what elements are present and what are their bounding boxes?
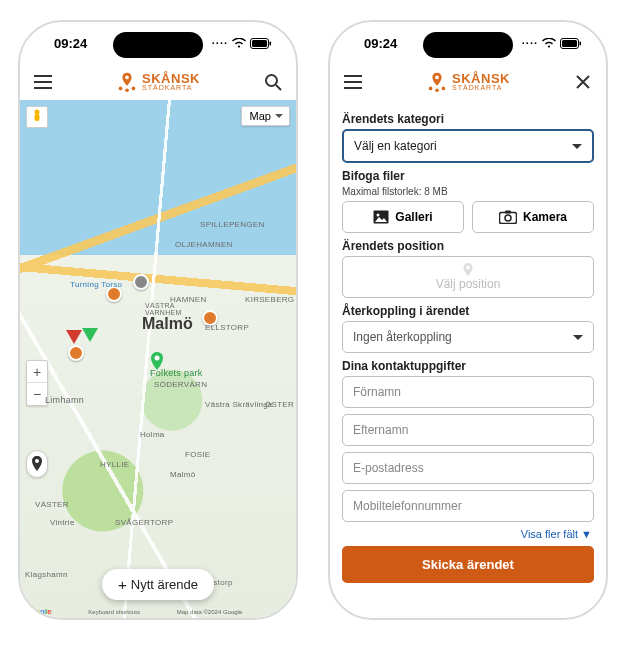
feedback-label: Återkoppling i ärendet (342, 304, 594, 318)
battery-icon (250, 38, 272, 49)
map-footer: Google Keyboard shortcuts Map data ©2024… (24, 607, 292, 616)
district-label: Limhamn (45, 395, 84, 405)
lastname-placeholder: Efternamn (353, 423, 408, 437)
phone-map: 09:24 ···· SKÅNSK STÄDKARTA Map (18, 20, 298, 620)
lastname-input[interactable]: Efternamn (342, 414, 594, 446)
district-label: FOSIE (185, 450, 211, 459)
district-label: ÖSTER (265, 400, 294, 409)
svg-point-4 (132, 87, 136, 91)
show-more-fields-link[interactable]: Visa fler fält ▼ (342, 528, 592, 540)
district-label: VÄSTRA (145, 302, 175, 309)
poi-label: Folkets park (150, 368, 203, 378)
new-case-button[interactable]: + Nytt ärende (102, 569, 214, 600)
map[interactable]: Map + − Malmö SPILLEPENGEN OLJEHAMNEN HA… (20, 100, 296, 618)
district-label: Malmö (170, 470, 196, 479)
district-label: HYLLIE (100, 460, 129, 469)
logo-sub: STÄDKARTA (452, 85, 510, 91)
svg-rect-13 (580, 41, 582, 45)
email-input[interactable]: E-postadress (342, 452, 594, 484)
app-header: SKÅNSK STÄDKARTA (20, 64, 296, 100)
camera-label: Kamera (523, 210, 567, 224)
firstname-input[interactable]: Förnamn (342, 376, 594, 408)
email-placeholder: E-postadress (353, 461, 424, 475)
logo-icon (426, 71, 448, 93)
map-scale: 1 km (279, 609, 292, 615)
map-type-label: Map (250, 110, 271, 122)
battery-icon (560, 38, 582, 49)
plus-icon: + (118, 577, 127, 592)
submit-label: Skicka ärendet (422, 557, 514, 572)
case-form: Ärendets kategori Välj en kategori Bifog… (330, 100, 606, 618)
svg-point-15 (442, 87, 446, 91)
svg-rect-1 (252, 40, 267, 47)
close-button[interactable] (570, 69, 596, 95)
zoom-out-button[interactable]: − (27, 383, 47, 405)
camera-icon (499, 210, 517, 224)
phone-input[interactable]: Mobiltelefonnummer (342, 490, 594, 522)
svg-rect-9 (35, 114, 40, 121)
firstname-placeholder: Förnamn (353, 385, 401, 399)
attach-label: Bifoga filer (342, 169, 594, 183)
feedback-value: Ingen återkoppling (353, 330, 452, 344)
map-marker[interactable] (66, 330, 82, 344)
map-marker[interactable] (133, 274, 149, 290)
clock: 09:24 (54, 36, 87, 51)
district-label: VARNHEM (145, 309, 182, 316)
svg-rect-19 (499, 213, 516, 224)
logo-icon (116, 71, 138, 93)
district-label: HAMNEN (170, 295, 206, 304)
position-label: Ärendets position (342, 239, 594, 253)
map-shortcuts[interactable]: Keyboard shortcuts (88, 609, 140, 615)
category-select[interactable]: Välj en kategori (342, 129, 594, 163)
city-label: Malmö (142, 315, 193, 333)
svg-point-14 (429, 87, 433, 91)
submit-button[interactable]: Skicka ärendet (342, 546, 594, 583)
district-label: SÖDERVÄRN (154, 380, 207, 389)
new-case-label: Nytt ärende (131, 577, 198, 592)
position-button[interactable]: Välj position (342, 256, 594, 298)
logo-sub: STÄDKARTA (142, 85, 200, 91)
wifi-icon (542, 38, 556, 48)
zoom-in-button[interactable]: + (27, 361, 47, 383)
google-logo: Google (24, 607, 52, 616)
map-marker[interactable] (68, 345, 84, 361)
svg-point-3 (119, 87, 123, 91)
cell-signal-icon: ···· (522, 37, 538, 49)
app-logo: SKÅNSK STÄDKARTA (426, 71, 510, 93)
pin-icon (462, 263, 474, 277)
map-marker[interactable] (82, 328, 98, 342)
svg-line-7 (276, 85, 281, 90)
clock: 09:24 (364, 36, 397, 51)
district-label: SPILLEPENGEN (200, 220, 265, 229)
category-label: Ärendets kategori (342, 112, 594, 126)
menu-button[interactable] (30, 69, 56, 95)
svg-point-8 (35, 110, 40, 115)
menu-button[interactable] (340, 69, 366, 95)
gallery-button[interactable]: Galleri (342, 201, 464, 233)
cell-signal-icon: ···· (212, 37, 228, 49)
feedback-select[interactable]: Ingen återkoppling (342, 321, 594, 353)
district-label: SVÅGERTORP (115, 518, 173, 527)
hamburger-icon (344, 75, 362, 89)
search-button[interactable] (260, 69, 286, 95)
pegman-button[interactable] (26, 106, 48, 128)
poi-label: Turning Torso (70, 280, 122, 289)
map-type-selector[interactable]: Map (241, 106, 290, 126)
locate-button[interactable] (26, 450, 48, 478)
svg-point-6 (266, 75, 277, 86)
pin-icon (31, 456, 43, 472)
contact-label: Dina kontaktuppgifter (342, 359, 594, 373)
gallery-label: Galleri (395, 210, 432, 224)
svg-point-18 (377, 214, 380, 217)
map-copyright: Map data ©2024 Google (177, 609, 242, 615)
district-label: Västra Skrävlinge (205, 400, 273, 409)
close-icon (575, 74, 591, 90)
app-logo: SKÅNSK STÄDKARTA (116, 71, 200, 93)
gallery-icon (373, 210, 389, 224)
status-icons: ···· (212, 37, 272, 49)
attach-hint: Maximal filstorlek: 8 MB (342, 186, 594, 197)
svg-point-5 (125, 88, 129, 92)
search-icon (264, 73, 282, 91)
camera-button[interactable]: Kamera (472, 201, 594, 233)
status-icons: ···· (522, 37, 582, 49)
